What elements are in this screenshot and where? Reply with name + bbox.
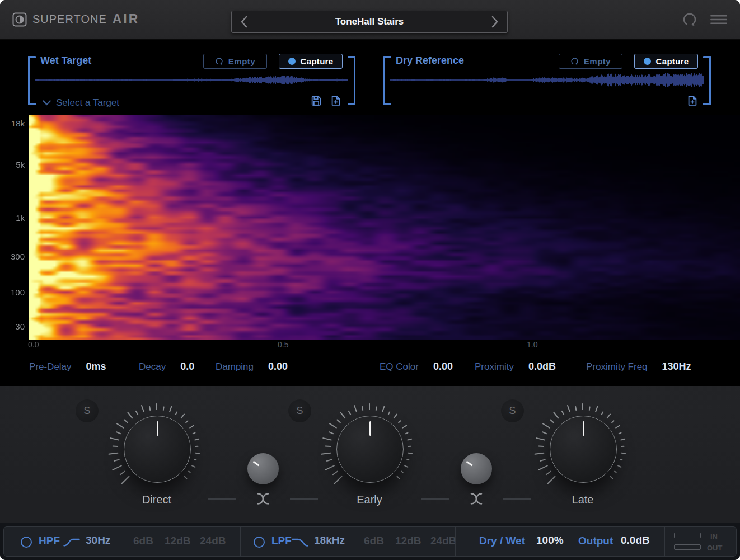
param-proximity-freq[interactable]: Proximity Freq 130Hz — [586, 361, 691, 373]
solo-early-button[interactable]: S — [288, 399, 311, 422]
chevron-down-icon — [43, 100, 51, 106]
freq-tick: 30 — [0, 322, 25, 331]
wet-waveform — [35, 67, 348, 93]
menu-icon[interactable] — [710, 13, 728, 26]
reset-icon — [215, 57, 223, 65]
param-proximity[interactable]: Proximity 0.0dB — [475, 361, 556, 373]
dry-reference-section: Dry Reference Empty Capture — [383, 50, 711, 110]
divider-line — [290, 498, 318, 500]
save-icon[interactable] — [310, 95, 322, 107]
dry-capture-button[interactable]: Capture — [634, 54, 698, 69]
param-value[interactable]: 0.0 — [180, 361, 194, 373]
bottom-bar: HPF 30Hz 6dB 12dB 24dB LPF 18kHz 6dB 12d… — [0, 523, 740, 560]
param-damping[interactable]: Damping 0.00 — [216, 361, 288, 373]
divider-line — [421, 498, 449, 500]
add-file-icon[interactable] — [330, 95, 342, 107]
param-predelay[interactable]: Pre-Delay 0ms — [29, 361, 106, 373]
lpf-toggle[interactable] — [254, 537, 265, 548]
input-meter-label: IN — [710, 532, 718, 540]
bracket-right — [703, 56, 711, 105]
solo-direct-button[interactable]: S — [76, 399, 99, 422]
param-value[interactable]: 130Hz — [662, 361, 691, 373]
param-value[interactable]: 0ms — [86, 361, 106, 373]
divider — [240, 527, 241, 556]
crossfade-icon — [253, 492, 273, 505]
supertone-logo-icon — [12, 12, 27, 27]
hpf-label[interactable]: HPF — [39, 535, 60, 547]
direct-early-crossfade-knob[interactable] — [247, 453, 279, 484]
param-value[interactable]: 0.0dB — [528, 361, 556, 373]
time-tick: 0.5 — [278, 340, 288, 349]
early-knob-label: Early — [325, 493, 414, 506]
param-label: Damping — [216, 361, 254, 373]
late-knob[interactable] — [550, 416, 617, 483]
early-knob[interactable] — [336, 416, 404, 483]
chevron-right-icon — [491, 16, 499, 28]
lpf-slope-24db[interactable]: 24dB — [430, 535, 456, 547]
knob-pointer — [252, 461, 259, 467]
record-circle-icon — [288, 58, 296, 65]
lpf-freq-value[interactable]: 18kHz — [314, 534, 345, 547]
freq-tick: 1k — [0, 213, 25, 223]
preset-next-button[interactable] — [483, 11, 507, 32]
wet-capture-button[interactable]: Capture — [279, 54, 343, 69]
direct-knob[interactable] — [124, 416, 191, 483]
wet-target-title: Wet Target — [40, 55, 91, 67]
output-label: Output — [578, 535, 613, 547]
output-meter — [674, 544, 701, 550]
param-decay[interactable]: Decay 0.0 — [139, 361, 194, 373]
direct-knob-label: Direct — [112, 493, 202, 506]
param-eq-color[interactable]: EQ Color 0.00 — [380, 361, 453, 373]
chevron-left-icon — [240, 16, 248, 28]
wet-target-section: Wet Target Empty Capture Select a Target — [28, 50, 355, 110]
add-file-icon[interactable] — [686, 95, 699, 107]
record-circle-icon — [644, 58, 651, 65]
select-target-dropdown[interactable]: Select a Target — [43, 97, 119, 109]
solo-late-button[interactable]: S — [501, 399, 524, 422]
knob-pointer — [466, 461, 472, 467]
plugin-window: SUPERTONE AIR ToneHall Stairs — [0, 0, 740, 560]
freq-tick: 18k — [0, 119, 25, 128]
dry-reference-title: Dry Reference — [396, 55, 464, 67]
dry-wet-value[interactable]: 100% — [536, 534, 564, 547]
lpf-slope-6db[interactable]: 6dB — [364, 535, 384, 547]
wet-empty-label: Empty — [228, 57, 255, 66]
lpf-slope-12db[interactable]: 12dB — [395, 535, 421, 547]
output-value[interactable]: 0.0dB — [621, 534, 650, 547]
time-tick: 0.0 — [28, 340, 39, 349]
header-bar: SUPERTONE AIR ToneHall Stairs — [0, 0, 740, 40]
preset-name[interactable]: ToneHall Stairs — [335, 16, 404, 27]
param-label: Proximity Freq — [586, 361, 648, 373]
wet-empty-button[interactable]: Empty — [203, 54, 267, 69]
hpf-freq-value[interactable]: 30Hz — [86, 534, 110, 547]
reset-icon — [570, 57, 579, 65]
brand-name: SUPERTONE — [32, 13, 107, 26]
bracket-right — [348, 56, 355, 105]
param-value[interactable]: 0.00 — [433, 361, 453, 373]
early-late-crossfade-knob[interactable] — [461, 453, 492, 484]
knob-pointer — [583, 421, 584, 436]
reverb-spectrogram — [29, 115, 740, 340]
knob-pointer — [369, 421, 371, 436]
hpf-slope-24db[interactable]: 24dB — [200, 535, 226, 547]
dry-waveform — [390, 67, 704, 93]
dry-empty-label: Empty — [584, 57, 611, 66]
reset-icon[interactable] — [682, 12, 697, 27]
hpf-slope-12db[interactable]: 12dB — [165, 535, 190, 547]
hpf-toggle[interactable] — [21, 537, 32, 548]
param-label: Proximity — [475, 361, 514, 373]
highpass-curve-icon — [63, 538, 80, 547]
param-value[interactable]: 0.00 — [268, 361, 288, 373]
preset-selector: ToneHall Stairs — [231, 11, 508, 33]
hpf-slope-6db[interactable]: 6dB — [133, 535, 153, 547]
wet-capture-label: Capture — [301, 57, 334, 66]
param-label: Pre-Delay — [29, 361, 72, 373]
divider-line — [503, 498, 531, 500]
product-name: AIR — [113, 12, 140, 27]
divider-line — [208, 498, 236, 500]
divider — [664, 527, 665, 556]
freq-tick: 300 — [0, 252, 25, 261]
dry-empty-button[interactable]: Empty — [559, 54, 622, 69]
preset-prev-button[interactable] — [232, 11, 256, 32]
lpf-label[interactable]: LPF — [271, 535, 292, 547]
